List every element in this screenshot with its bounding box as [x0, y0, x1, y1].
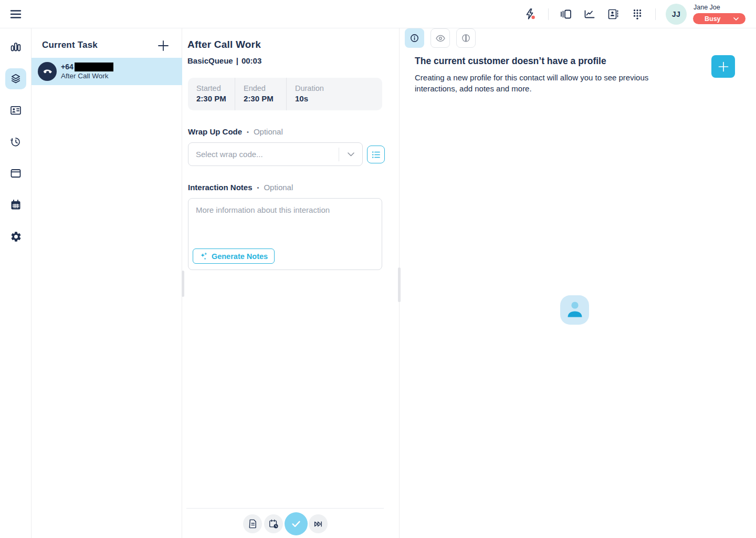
separator: |: [236, 56, 238, 65]
document-notes-button[interactable]: [243, 514, 262, 533]
phone-prefix: +64: [61, 62, 74, 71]
interaction-notes-label: Interaction Notes: [188, 183, 253, 192]
schedule-callback-button[interactable]: [264, 514, 283, 533]
user-avatar[interactable]: JJ: [666, 4, 687, 25]
split-circle-icon: [460, 33, 471, 44]
hamburger-menu-icon[interactable]: [9, 8, 22, 20]
list-icon: [371, 150, 381, 160]
queue-and-timer: BasicQueue | 00:03: [187, 56, 261, 65]
wrap-up-code-row: Wrap Up Code • Optional: [188, 127, 283, 136]
tab-insights-brain[interactable]: [456, 28, 476, 48]
contact-book-icon[interactable]: [607, 8, 620, 20]
stat-started: Started 2:30 PM: [188, 78, 235, 110]
acw-title: After Call Work: [187, 39, 261, 50]
task-phone-number: +64: [61, 62, 113, 71]
calendar-clock-icon: [268, 519, 279, 529]
queue-name: BasicQueue: [187, 56, 233, 65]
no-profile-heading: The current customer doesn’t have a prof…: [415, 56, 606, 67]
trend-chart-icon[interactable]: [583, 8, 596, 20]
add-task-button[interactable]: [156, 39, 170, 53]
dialpad-icon[interactable]: [631, 8, 644, 20]
task-status-label: After Call Work: [61, 72, 109, 80]
plus-icon: [717, 60, 730, 73]
stat-duration: Duration 10s: [286, 78, 382, 110]
redacted-phone-number: [75, 63, 113, 71]
current-task-title: Current Task: [42, 40, 98, 50]
phone-hangup-icon: [38, 62, 57, 81]
bullet-separator: •: [247, 129, 249, 135]
scrollbar-thumb[interactable]: [182, 271, 184, 297]
generate-notes-button[interactable]: Generate Notes: [193, 249, 275, 264]
skip-forward-button[interactable]: [309, 514, 328, 533]
task-list-item[interactable]: +64 After Call Work: [32, 58, 182, 85]
call-stats-box: Started 2:30 PM Ended 2:30 PM Duration 1…: [188, 78, 382, 110]
wrap-up-code-select[interactable]: Select wrap code...: [188, 142, 363, 166]
divider: [186, 508, 384, 509]
wrap-up-code-label: Wrap Up Code: [188, 127, 242, 136]
interaction-notes-row: Interaction Notes • Optional: [188, 183, 293, 192]
chevron-down-icon: [339, 152, 362, 157]
divider: [548, 8, 549, 20]
person-icon: [566, 301, 584, 319]
flash-notification-icon[interactable]: [524, 8, 537, 20]
customer-avatar-placeholder: [560, 295, 589, 325]
notes-optional-label: Optional: [264, 183, 293, 192]
acw-timer: 00:03: [242, 56, 261, 65]
tab-profile-info[interactable]: [405, 28, 424, 48]
check-icon: [290, 518, 302, 530]
wrap-up-optional-label: Optional: [254, 127, 283, 136]
info-icon: [409, 33, 420, 44]
plus-icon: [156, 39, 170, 53]
wrap-up-code-list-button[interactable]: [367, 146, 385, 163]
eye-icon: [435, 33, 446, 44]
scrollbar-thumb[interactable]: [398, 267, 401, 302]
top-bar: JJ Jane Joe Busy: [0, 0, 756, 28]
divider: [655, 8, 656, 20]
create-profile-button[interactable]: [711, 55, 735, 78]
after-call-work-panel: After Call Work BasicQueue | 00:03 Start…: [182, 28, 400, 538]
nav-browser-window-icon[interactable]: [5, 163, 26, 184]
skip-forward-icon: [313, 519, 323, 529]
tab-preview-eye[interactable]: [430, 28, 450, 48]
nav-history-icon[interactable]: [5, 131, 26, 152]
select-placeholder: Select wrap code...: [196, 150, 339, 159]
no-profile-description: Creating a new profile for this contact …: [415, 72, 662, 94]
agent-workspace: JJ Jane Joe Busy: [0, 0, 756, 538]
nav-contact-card-icon[interactable]: [5, 100, 26, 121]
document-icon: [248, 519, 258, 529]
nav-calendar-icon[interactable]: [5, 194, 26, 215]
left-nav-rail: [0, 28, 32, 538]
status-dropdown[interactable]: Busy: [693, 13, 746, 24]
user-name: Jane Joe: [694, 4, 720, 11]
sparkles-icon: [200, 252, 208, 261]
current-task-panel: Current Task +64 After Call Work: [32, 28, 182, 538]
chevron-down-icon: [733, 17, 739, 20]
status-label: Busy: [705, 15, 721, 23]
nav-bar-chart-icon[interactable]: [5, 37, 26, 58]
generate-notes-label: Generate Notes: [212, 252, 268, 261]
bullet-separator: •: [257, 184, 259, 191]
complete-task-button[interactable]: [285, 512, 308, 535]
customer-profile-panel: The current customer doesn’t have a prof…: [400, 28, 756, 538]
nav-settings-gear-icon[interactable]: [5, 226, 26, 247]
stat-ended: Ended 2:30 PM: [235, 78, 286, 110]
nav-tasks-layers-icon[interactable]: [5, 68, 26, 89]
panels-icon[interactable]: [560, 8, 572, 20]
